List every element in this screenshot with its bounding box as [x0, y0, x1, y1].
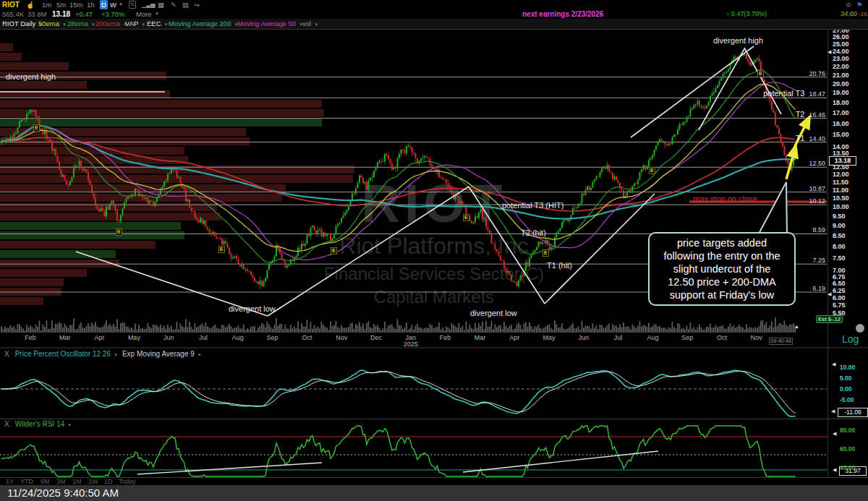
ppo-axis-tick: 5.00	[840, 374, 852, 382]
timeframe-5m[interactable]: 5m	[56, 0, 66, 9]
rsi-title[interactable]: Wilder's RSI 14	[15, 420, 65, 428]
timeframe-caret-icon[interactable]: ▼	[119, 0, 123, 9]
timeframe-1h[interactable]: 1h	[87, 0, 95, 9]
price-axis-tick: 12.50	[833, 163, 849, 171]
star-icon[interactable]: ☆	[846, 0, 852, 9]
month-label: Sep	[671, 335, 703, 341]
note-icon[interactable]: ▤	[182, 0, 189, 9]
zoom-preset-1w[interactable]: 1W	[88, 478, 98, 485]
chart-annotation: divergent high	[713, 36, 763, 45]
zoom-preset-6m[interactable]: 6M	[41, 478, 50, 485]
price-level-label: T114.40	[608, 133, 825, 143]
thumb-icon[interactable]: ☝	[26, 0, 35, 9]
indicator-caret-icon[interactable]: ▼	[141, 22, 145, 27]
price-axis-tick: 26.00	[833, 33, 849, 40]
earnings-marker: E	[463, 214, 469, 221]
level-a-value: 34.60	[841, 9, 857, 19]
indicator-bar: RIOT Daily▼50ema▼28ema▼200ema▼VAP▼EEC▼Mo…	[0, 19, 868, 30]
price-axis-tick: 25.00	[833, 40, 849, 48]
indicator-item-riot-daily[interactable]: RIOT Daily▼	[2, 19, 43, 30]
more-caret-icon[interactable]: ▼	[155, 9, 159, 19]
month-label: Oct	[291, 335, 323, 341]
axis-marker-icon: ◀	[833, 431, 836, 436]
volume-value: 565.4K	[2, 9, 24, 19]
ppo-title[interactable]: Price Percent Oscillator 12 26	[15, 350, 111, 358]
timeframe-daily[interactable]: D	[100, 0, 108, 9]
rsi-axis-tick: 80.00	[840, 427, 855, 434]
indicator-item-28ema[interactable]: 28ema▼	[67, 19, 95, 30]
rsi-caret-icon[interactable]: ▼	[67, 423, 72, 427]
tc-logo-icon[interactable]: Tc	[129, 1, 136, 9]
ppo-close-button[interactable]: X	[4, 350, 9, 358]
indicator-item-50ema[interactable]: 50ema▼	[38, 19, 67, 30]
month-label: Apr	[498, 335, 530, 341]
callout-line: slight undercut of the	[650, 262, 794, 275]
log-scale-toggle[interactable]: Log	[842, 333, 859, 345]
zoom-preset-1y[interactable]: 1Y	[6, 478, 14, 485]
status-datetime: 11/24/2025 9:40:50 AM	[7, 487, 119, 499]
zoom-preset-1m[interactable]: 1M	[72, 478, 82, 485]
share-icon[interactable]: ↪	[194, 0, 200, 9]
ppo-signal-label[interactable]: Exp Moving Average 9	[122, 350, 195, 358]
earnings-marker: E	[116, 228, 122, 236]
ppo-axis-tick: 10.00	[840, 364, 855, 371]
callout-line: support at Friday's low	[650, 288, 794, 301]
rsi-close-button[interactable]: X	[4, 420, 9, 428]
ppo-caret-icon[interactable]: ▼	[114, 353, 118, 357]
price-axis-tick: 10.00	[833, 203, 849, 210]
price-axis-tick: 5.50	[833, 309, 846, 317]
chart-annotation: T1 (hit)	[547, 261, 572, 270]
zoom-preset-today[interactable]: Today	[119, 478, 136, 485]
status-bar: 11/24/2025 9:40:50 AM	[0, 485, 868, 501]
price-axis-tick: 11.50	[833, 179, 848, 186]
right-change-combo: 0.47(3.70%)	[731, 9, 767, 19]
chart-annotation: potential T3 (HIT)	[502, 201, 563, 210]
timeframe-15m[interactable]: 15m	[69, 0, 82, 9]
price-axis-tick: 15.00	[833, 131, 849, 138]
bar-chart-icon[interactable]: ▁▃▅	[142, 0, 155, 9]
price-axis-tick: 11.00	[833, 187, 848, 194]
price-axis-tick: 20.00	[833, 80, 849, 87]
price-axis-tick: 9.00	[833, 222, 846, 229]
ppo-axis-tick: 0.00	[840, 385, 852, 393]
timeframe-1m[interactable]: 1m	[42, 0, 51, 9]
zoom-preset-1d[interactable]: 1D	[104, 478, 113, 485]
indicator-item-moving-average-200[interactable]: Moving Average 200▼	[169, 19, 238, 30]
rsi-axis-tick: 40.00	[840, 464, 855, 471]
month-label: May	[533, 335, 565, 341]
axis-marker-icon: ◀	[833, 467, 836, 472]
price-axis-tick: 6.25	[833, 287, 846, 294]
zoom-preset-ytd[interactable]: YTD	[20, 478, 33, 485]
price-axis-tick: 5.75	[833, 301, 846, 309]
flag-icon[interactable]: ⚑	[856, 0, 863, 9]
price-level-label: 10.87	[608, 183, 825, 193]
indicator-item-vap[interactable]: VAP▼	[125, 19, 145, 30]
indicator-caret-icon[interactable]: ▼	[314, 22, 318, 27]
ppo-signal-caret-icon[interactable]: ▼	[197, 353, 202, 357]
price-axis-tick: 17.00	[833, 109, 849, 116]
month-label: Sep	[257, 335, 289, 341]
price-level-label: T216.46	[608, 109, 825, 119]
symbol-label[interactable]: RIOT	[2, 0, 20, 9]
rsi-panel-header: XWilder's RSI 14▼	[4, 420, 76, 429]
month-label: Jul	[187, 335, 219, 341]
callout-line: 12.50 price + 200-DMA	[650, 275, 794, 288]
indicator-item-vol[interactable]: vol▼	[302, 19, 318, 30]
indicator-caret-icon[interactable]: ▼	[62, 22, 67, 27]
price-targets-callout[interactable]: price targets addedfollowing the entry o…	[648, 232, 796, 306]
change-value: +0.47	[75, 9, 93, 19]
indicator-caret-icon[interactable]: ▼	[164, 22, 169, 27]
earnings-note: next earnings 2/23/2026	[522, 9, 603, 19]
indicator-item-200ema[interactable]: 200ema▼	[95, 19, 127, 30]
price-axis-tick: 24.00	[833, 48, 849, 55]
pencil-icon[interactable]: ✎	[171, 0, 176, 9]
more-button[interactable]: More	[136, 9, 152, 19]
sheet-icon[interactable]: ▦	[158, 0, 164, 9]
timeframe-weekly[interactable]: W	[110, 0, 116, 9]
indicator-item-eec[interactable]: EEC▼	[147, 19, 169, 30]
ppo-panel-header: XPrice Percent Oscillator 12 26▼Exp Movi…	[4, 350, 206, 359]
up-arrow-icon: ↑	[726, 9, 730, 19]
indicator-item-moving-average-50[interactable]: Moving Average 50▼	[237, 19, 303, 30]
zoom-preset-3m[interactable]: 3M	[56, 478, 66, 485]
callout-line: following the entry on the	[650, 249, 794, 262]
